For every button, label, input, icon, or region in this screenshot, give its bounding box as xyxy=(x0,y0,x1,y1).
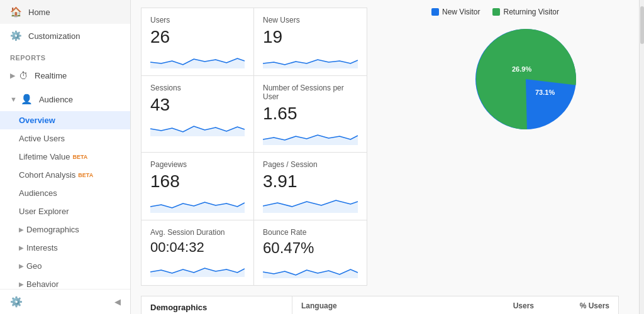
active-users-label: Active Users xyxy=(19,134,65,143)
returning-pct-label: 26.9% xyxy=(512,65,531,73)
sidebar-item-audience[interactable]: ▼ 👤 Audience xyxy=(0,87,130,111)
sidebar: 🏠 Home ⚙️ Customization REPORTS ▶ ⏱ Real… xyxy=(0,0,131,314)
demographics-left-panel: Demographics Language ▶ Country City Sys… xyxy=(142,296,292,314)
metrics-grid: Users 26 New Users 19 Sessions 43 xyxy=(141,8,367,286)
metric-value-avg-session: 00:04:32 xyxy=(150,239,245,256)
svg-marker-1 xyxy=(150,58,245,68)
interests-label: Interests xyxy=(26,243,58,252)
metric-value-pages-per-session: 3.91 xyxy=(263,171,358,192)
svg-marker-4 xyxy=(263,135,358,145)
demographics-section: Demographics Language ▶ Country City Sys… xyxy=(141,296,619,314)
sidebar-bottom-bar: ⚙️ ◀ xyxy=(0,289,131,314)
reports-section-label: REPORTS xyxy=(0,48,130,64)
behavior-label: Behavior xyxy=(26,279,58,289)
demographics-expand-icon: ▶ xyxy=(19,226,24,233)
metric-card-new-users: New Users 19 xyxy=(254,8,367,76)
sidebar-item-demographics[interactable]: ▶ Demographics xyxy=(0,220,130,239)
sidebar-item-customization[interactable]: ⚙️ Customization xyxy=(0,24,130,48)
metric-value-pageviews: 168 xyxy=(150,171,245,192)
audience-icon: 👤 xyxy=(21,94,33,105)
sidebar-label-customization: Customization xyxy=(28,31,80,41)
legend-returning-visitor: Returning Visitor xyxy=(492,8,559,16)
metric-label-sessions: Sessions xyxy=(150,84,245,92)
cohort-badge: BETA xyxy=(78,172,93,178)
col-header-users: Users xyxy=(496,301,534,310)
metric-value-sessions-per-user: 1.65 xyxy=(263,104,358,124)
metric-card-avg-session: Avg. Session Duration 00:04:32 xyxy=(141,220,254,286)
new-visitor-label: New Visitor xyxy=(442,8,480,16)
sparkline-bounce-rate xyxy=(263,259,358,278)
sidebar-label-audience: Audience xyxy=(39,95,73,104)
expand-icon: ▶ xyxy=(10,72,15,80)
home-icon: 🏠 xyxy=(10,6,22,18)
svg-marker-5 xyxy=(150,202,245,213)
sparkline-sessions-per-user xyxy=(263,126,358,145)
returning-slice xyxy=(476,29,527,129)
metric-card-sessions-per-user: Number of Sessions per User 1.65 xyxy=(254,76,367,153)
metric-card-pages-per-session: Pages / Session 3.91 xyxy=(254,153,367,220)
svg-marker-7 xyxy=(150,268,245,277)
sparkline-sessions xyxy=(150,117,245,136)
sidebar-label-realtime: Realtime xyxy=(35,71,67,80)
demographics-label: Demographics xyxy=(26,225,79,234)
scrollbar-thumb[interactable] xyxy=(640,6,644,44)
sidebar-item-user-explorer[interactable]: User Explorer xyxy=(0,202,130,220)
sidebar-item-geo[interactable]: ▶ Geo xyxy=(0,257,130,275)
metric-value-bounce-rate: 60.47% xyxy=(263,239,358,257)
returning-visitor-label: Returning Visitor xyxy=(503,8,559,16)
sparkline-new-users xyxy=(263,50,358,68)
sidebar-item-realtime[interactable]: ▶ ⏱ Realtime xyxy=(0,64,130,87)
metric-label-users: Users xyxy=(150,16,245,24)
metric-card-pageviews: Pageviews 168 xyxy=(141,153,254,220)
returning-slice-2 xyxy=(526,29,576,85)
main-content: New Visitor Returning Visitor xyxy=(131,0,639,314)
overview-label: Overview xyxy=(19,116,55,125)
demographics-title: Demographics xyxy=(142,296,292,314)
col-header-pct: % Users xyxy=(534,301,609,310)
geo-expand-icon: ▶ xyxy=(19,263,24,269)
pie-legend: New Visitor Returning Visitor xyxy=(431,8,620,16)
metric-label-pageviews: Pageviews xyxy=(150,160,245,169)
metric-label-bounce-rate: Bounce Rate xyxy=(263,228,358,237)
sidebar-item-cohort-analysis[interactable]: Cohort Analysis BETA xyxy=(0,166,130,184)
new-pct-label: 73.1% xyxy=(535,89,555,96)
settings-icon[interactable]: ⚙️ xyxy=(10,296,23,308)
realtime-icon: ⏱ xyxy=(19,70,28,81)
metric-label-new-users: New Users xyxy=(263,16,358,24)
audience-expand-icon: ▼ xyxy=(10,95,17,103)
sidebar-item-home[interactable]: 🏠 Home xyxy=(0,0,130,24)
sparkline-pageviews xyxy=(150,194,245,213)
collapse-icon[interactable]: ◀ xyxy=(114,297,121,306)
sparkline-pages-per-session xyxy=(263,194,358,213)
pie-chart: 26.9% 73.1% xyxy=(469,23,582,136)
returning-visitor-dot xyxy=(492,8,500,16)
user-explorer-label: User Explorer xyxy=(19,207,69,216)
metric-label-avg-session: Avg. Session Duration xyxy=(150,228,245,237)
demographics-right-panel: Language Users % Users 1. en-us 12 44.44… xyxy=(292,296,618,314)
cohort-analysis-label: Cohort Analysis xyxy=(19,170,75,180)
metric-card-bounce-rate: Bounce Rate 60.47% xyxy=(254,220,367,286)
sidebar-item-active-users[interactable]: Active Users xyxy=(0,129,130,148)
sidebar-item-overview[interactable]: Overview xyxy=(0,111,130,129)
sidebar-item-interests[interactable]: ▶ Interests xyxy=(0,239,130,257)
audiences-label: Audiences xyxy=(19,188,57,198)
metric-card-users: Users 26 xyxy=(141,8,254,76)
metric-card-sessions: Sessions 43 xyxy=(141,76,254,153)
metric-value-new-users: 19 xyxy=(263,27,358,47)
customization-icon: ⚙️ xyxy=(10,30,22,41)
metric-value-sessions: 43 xyxy=(150,95,245,115)
sidebar-item-lifetime-value[interactable]: Lifetime Value BETA xyxy=(0,148,130,166)
sparkline-avg-session xyxy=(150,258,245,277)
sparkline-users xyxy=(150,50,245,68)
svg-marker-2 xyxy=(263,60,358,68)
lifetime-value-badge: BETA xyxy=(72,154,87,160)
scrollbar[interactable] xyxy=(639,0,644,314)
sidebar-label-home: Home xyxy=(28,8,50,17)
pie-chart-section: New Visitor Returning Visitor xyxy=(431,8,620,136)
legend-new-visitor: New Visitor xyxy=(431,8,480,16)
demographics-table-header: Language Users % Users xyxy=(292,296,618,314)
metric-value-users: 26 xyxy=(150,27,245,47)
geo-label: Geo xyxy=(26,261,42,271)
sidebar-item-audiences[interactable]: Audiences xyxy=(0,184,130,202)
behavior-expand-icon: ▶ xyxy=(19,281,24,288)
